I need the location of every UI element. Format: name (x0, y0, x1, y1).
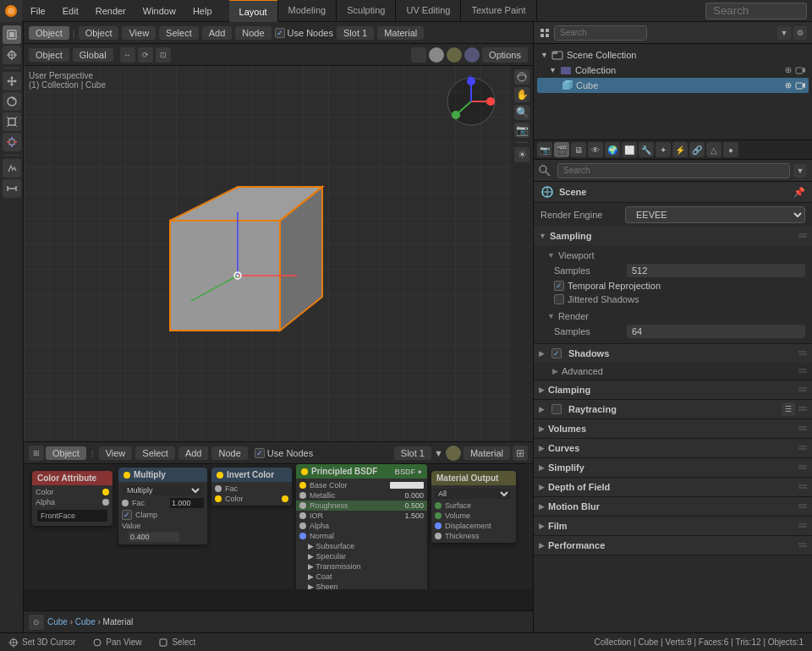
ne-material-label[interactable]: Material (464, 446, 510, 460)
volumes-header[interactable]: ▶ Volumes (534, 419, 812, 438)
multiply-mode-select[interactable]: Multiply (123, 485, 202, 495)
props-search-input[interactable] (557, 163, 790, 178)
props-tab-render[interactable]: 📷 (537, 142, 552, 157)
cube-item[interactable]: Cube (537, 78, 809, 93)
value-input[interactable] (129, 532, 179, 542)
tab-modeling[interactable]: Modeling (278, 0, 337, 23)
motion-blur-header[interactable]: ▶ Motion Blur (534, 497, 812, 516)
clamping-header[interactable]: ▶ Clamping (534, 380, 812, 399)
ne-add-btn[interactable]: Add (178, 446, 209, 460)
top-search-input[interactable] (705, 3, 807, 19)
node-invert-color[interactable]: Invert Color Fac Color (211, 468, 292, 506)
menu-window[interactable]: Window (134, 0, 184, 22)
scene-collection-chevron[interactable]: ▼ (540, 51, 548, 59)
material-btn[interactable]: Material (377, 26, 424, 40)
zoom-btn[interactable]: 🔍 (514, 105, 529, 120)
measure-tool-btn[interactable] (3, 179, 21, 198)
nodes-canvas[interactable]: Color Attribute Color Alpha FrontFace (24, 464, 533, 589)
sun-btn[interactable]: ☀ (514, 147, 529, 162)
options-btn[interactable]: Options (482, 47, 528, 63)
tab-uv-editing[interactable]: UV Editing (396, 0, 461, 23)
ne-view-btn[interactable]: View (99, 446, 133, 460)
outliner-search[interactable] (554, 25, 647, 41)
ne-use-nodes[interactable]: Use Nodes (255, 448, 313, 458)
transform-tool-btn[interactable] (3, 133, 21, 151)
props-tab-data[interactable]: △ (706, 142, 721, 157)
pin-btn[interactable]: 📌 (793, 187, 805, 198)
props-tab-world[interactable]: 🌍 (605, 142, 620, 157)
film-header[interactable]: ▶ Film (534, 517, 812, 535)
viewport-icon-3[interactable]: ⊡ (156, 47, 171, 63)
fac-input[interactable] (170, 498, 204, 508)
view-menu-btn[interactable]: Object (79, 26, 119, 40)
props-filter-btn[interactable]: ▼ (793, 164, 807, 178)
render-engine-select[interactable]: EEVEE (625, 206, 805, 223)
view-btn[interactable]: View (122, 26, 156, 40)
advanced-subitem[interactable]: ▶ Advanced (534, 363, 812, 380)
cube-eye-icon[interactable] (783, 80, 793, 90)
scene-collection-item[interactable]: ▼ Scene Collection (537, 47, 809, 63)
raytracing-cb[interactable] (551, 404, 562, 414)
outliner-settings-btn[interactable]: ⚙ (793, 26, 807, 40)
outliner-filter-btn[interactable]: ▼ (777, 26, 791, 40)
hand-tool-btn[interactable]: ✋ (514, 87, 529, 102)
node-btn[interactable]: Node (235, 26, 271, 40)
tab-sculpting[interactable]: Sculpting (337, 0, 396, 23)
camera-btn[interactable]: 📷 (514, 123, 529, 138)
ne-use-nodes-cb[interactable] (255, 448, 265, 458)
viewport-icon-2[interactable]: ⟳ (138, 47, 153, 63)
raytracing-list-btn[interactable]: ☰ (782, 402, 795, 416)
ne-grid-btn[interactable]: ⊞ (513, 446, 528, 461)
collection-item[interactable]: ▼ Collection (537, 63, 809, 78)
slot-btn[interactable]: Slot 1 (337, 26, 374, 40)
viewport-subsection-header[interactable]: ▼ Viewport (540, 249, 805, 262)
curves-header[interactable]: ▶ Curves (534, 439, 812, 457)
shadows-enabled-cb[interactable] (551, 348, 562, 358)
view-orbit-btn[interactable] (514, 69, 529, 85)
props-tab-particles[interactable]: ✦ (656, 142, 671, 157)
menu-help[interactable]: Help (184, 0, 221, 22)
clamp-cb[interactable] (122, 510, 132, 520)
eye-icon[interactable] (783, 65, 793, 75)
sampling-header[interactable]: ▼ Sampling (534, 227, 812, 245)
shadows-header[interactable]: ▶ Shadows (534, 344, 812, 363)
3d-viewport[interactable]: User Perspective (1) Collection | Cube (24, 66, 533, 441)
ne-sphere-btn[interactable] (446, 446, 461, 461)
use-nodes-checkbox[interactable] (275, 28, 285, 38)
props-tab-view[interactable]: 👁 (588, 142, 603, 157)
node-principled-bsdf[interactable]: Principled BSDF BSDF ● Base Color Metall… (296, 464, 427, 589)
props-tab-physics[interactable]: ⚡ (672, 142, 688, 157)
ne-cube-link[interactable]: Cube (47, 617, 68, 626)
scale-tool-btn[interactable] (3, 112, 21, 131)
ne-icon-btn[interactable]: ⊞ (29, 446, 44, 461)
props-tab-scene[interactable]: 🎬 (554, 142, 569, 157)
dof-header[interactable]: ▶ Depth of Field (534, 478, 812, 496)
annotate-tool-btn[interactable] (3, 159, 21, 178)
object-mode-btn[interactable]: Object (29, 26, 69, 40)
ne-mode-icon[interactable]: ⊙ (29, 615, 44, 630)
jittered-shadows-cb[interactable] (554, 294, 564, 304)
select-btn[interactable]: Select (159, 26, 199, 40)
object-mode-top-btn[interactable]: Object (29, 48, 69, 62)
tab-texture-paint[interactable]: Texture Paint (461, 0, 536, 23)
cube-camera-icon[interactable] (795, 80, 805, 90)
props-tab-modifier[interactable]: 🔧 (639, 142, 654, 157)
ne-slot-btn[interactable]: Slot 1 (394, 446, 431, 460)
viewport-gizmo[interactable]: X Z Y (444, 74, 499, 131)
global-btn[interactable]: Global (73, 48, 113, 62)
menu-render[interactable]: Render (87, 0, 134, 22)
menu-file[interactable]: File (22, 0, 54, 22)
shading-solid-btn[interactable] (429, 47, 444, 63)
use-nodes-toggle[interactable]: Use Nodes (275, 28, 333, 38)
viewport-samples-value[interactable]: 512 (627, 264, 805, 277)
props-tab-object[interactable]: ⬜ (622, 142, 637, 157)
node-color-attribute[interactable]: Color Attribute Color Alpha FrontFace (32, 471, 112, 526)
props-tab-constraints[interactable]: 🔗 (689, 142, 705, 157)
raytracing-header[interactable]: ▶ Raytracing ☰ (534, 400, 812, 418)
props-tab-material[interactable]: ● (723, 142, 738, 157)
ne-cube2-link[interactable]: Cube (75, 617, 96, 626)
add-btn[interactable]: Add (202, 26, 233, 40)
shading-mat-btn[interactable] (447, 47, 462, 63)
node-material-output[interactable]: Material Output All Surface (431, 471, 516, 543)
shading-render-btn[interactable] (464, 47, 480, 63)
